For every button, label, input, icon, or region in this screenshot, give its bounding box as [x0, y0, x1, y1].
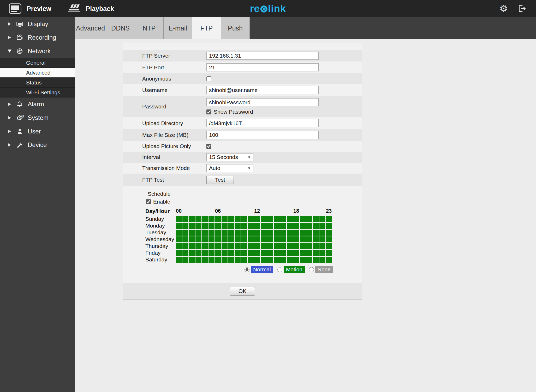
schedule-cell[interactable] — [261, 236, 267, 242]
schedule-cell[interactable] — [209, 243, 215, 249]
schedule-cell[interactable] — [293, 250, 299, 256]
preview-button[interactable]: Preview — [1, 0, 59, 17]
schedule-cell[interactable] — [248, 230, 254, 236]
schedule-cell[interactable] — [300, 257, 306, 263]
schedule-cell[interactable] — [209, 216, 215, 222]
schedule-enable-toggle[interactable]: Enable — [146, 199, 333, 205]
username-input[interactable] — [206, 86, 319, 94]
schedule-cell[interactable] — [235, 230, 241, 236]
schedule-cell[interactable] — [182, 230, 188, 236]
schedule-cell[interactable] — [176, 216, 182, 222]
sidebar-item-system[interactable]: ⚙⚙ System — [0, 111, 75, 125]
upload-picture-only-checkbox[interactable] — [206, 144, 211, 149]
schedule-cell[interactable] — [195, 257, 201, 263]
schedule-mode-normal[interactable]: Normal — [245, 266, 273, 273]
schedule-cell[interactable] — [182, 216, 188, 222]
schedule-cell[interactable] — [254, 230, 260, 236]
schedule-cell[interactable] — [254, 223, 260, 229]
tab-ddns[interactable]: DDNS — [106, 17, 135, 39]
schedule-cell[interactable] — [261, 223, 267, 229]
schedule-cell[interactable] — [248, 257, 254, 263]
sidebar-subitem-general[interactable]: General — [0, 58, 75, 68]
mode-motion-radio[interactable] — [277, 267, 282, 272]
schedule-cell[interactable] — [222, 243, 228, 249]
max-file-size-input[interactable] — [206, 131, 319, 139]
schedule-cell[interactable] — [319, 223, 325, 229]
schedule-cell[interactable] — [222, 250, 228, 256]
schedule-cell[interactable] — [293, 243, 299, 249]
schedule-cell[interactable] — [293, 223, 299, 229]
schedule-cell[interactable] — [300, 243, 306, 249]
tab-push[interactable]: Push — [221, 17, 250, 39]
schedule-cell[interactable] — [202, 236, 208, 242]
schedule-cell[interactable] — [306, 250, 312, 256]
sidebar-subitem-advanced[interactable]: Advanced — [0, 68, 75, 78]
sidebar-item-network[interactable]: Network — [0, 44, 75, 58]
password-input[interactable] — [206, 98, 319, 106]
schedule-cell[interactable] — [209, 223, 215, 229]
schedule-cell[interactable] — [274, 223, 280, 229]
schedule-cell[interactable] — [293, 230, 299, 236]
schedule-cell[interactable] — [287, 236, 293, 242]
schedule-cell[interactable] — [254, 257, 260, 263]
schedule-cell[interactable] — [313, 257, 319, 263]
sidebar-item-alarm[interactable]: Alarm — [0, 97, 75, 111]
schedule-cell[interactable] — [306, 216, 312, 222]
schedule-cell[interactable] — [241, 223, 247, 229]
schedule-cell[interactable] — [189, 257, 195, 263]
schedule-cell[interactable] — [313, 236, 319, 242]
schedule-cell[interactable] — [313, 243, 319, 249]
schedule-cell[interactable] — [182, 236, 188, 242]
schedule-cell[interactable] — [313, 230, 319, 236]
interval-select[interactable]: 15 Seconds ▼ — [206, 153, 253, 161]
schedule-cell[interactable] — [235, 236, 241, 242]
schedule-cell[interactable] — [241, 236, 247, 242]
schedule-cell[interactable] — [319, 216, 325, 222]
schedule-cell[interactable] — [182, 223, 188, 229]
schedule-cell[interactable] — [176, 243, 182, 249]
schedule-cell[interactable] — [326, 250, 332, 256]
schedule-cell[interactable] — [176, 223, 182, 229]
schedule-cell[interactable] — [293, 236, 299, 242]
schedule-cell[interactable] — [280, 250, 286, 256]
schedule-cell[interactable] — [306, 243, 312, 249]
schedule-cell[interactable] — [189, 250, 195, 256]
schedule-cell[interactable] — [215, 243, 221, 249]
schedule-cell[interactable] — [228, 257, 234, 263]
schedule-cell[interactable] — [228, 250, 234, 256]
schedule-cell[interactable] — [228, 243, 234, 249]
schedule-cell[interactable] — [241, 243, 247, 249]
schedule-cell[interactable] — [182, 250, 188, 256]
settings-gear-icon[interactable]: ⚙ — [499, 4, 508, 13]
schedule-cell[interactable] — [176, 236, 182, 242]
schedule-cell[interactable] — [313, 250, 319, 256]
schedule-cell[interactable] — [280, 243, 286, 249]
schedule-cell[interactable] — [222, 216, 228, 222]
schedule-cell[interactable] — [228, 230, 234, 236]
schedule-cell[interactable] — [202, 216, 208, 222]
schedule-cell[interactable] — [176, 250, 182, 256]
tab-ntp[interactable]: NTP — [135, 17, 164, 39]
show-password-checkbox[interactable] — [206, 109, 211, 114]
schedule-cell[interactable] — [287, 216, 293, 222]
schedule-cell[interactable] — [274, 236, 280, 242]
schedule-cell[interactable] — [195, 236, 201, 242]
schedule-cell[interactable] — [267, 236, 273, 242]
schedule-cell[interactable] — [267, 250, 273, 256]
schedule-cell[interactable] — [176, 230, 182, 236]
tab-advanced[interactable]: Advanced — [75, 17, 106, 39]
schedule-cell[interactable] — [195, 230, 201, 236]
mode-normal-radio[interactable] — [245, 267, 249, 272]
schedule-cell[interactable] — [209, 230, 215, 236]
schedule-cell[interactable] — [254, 236, 260, 242]
schedule-cell[interactable] — [261, 250, 267, 256]
schedule-cell[interactable] — [319, 236, 325, 242]
schedule-cell[interactable] — [241, 257, 247, 263]
schedule-cell[interactable] — [202, 223, 208, 229]
schedule-cell[interactable] — [300, 223, 306, 229]
schedule-cell[interactable] — [300, 250, 306, 256]
schedule-cell[interactable] — [215, 250, 221, 256]
schedule-cell[interactable] — [182, 243, 188, 249]
schedule-cell[interactable] — [261, 230, 267, 236]
schedule-cell[interactable] — [300, 230, 306, 236]
